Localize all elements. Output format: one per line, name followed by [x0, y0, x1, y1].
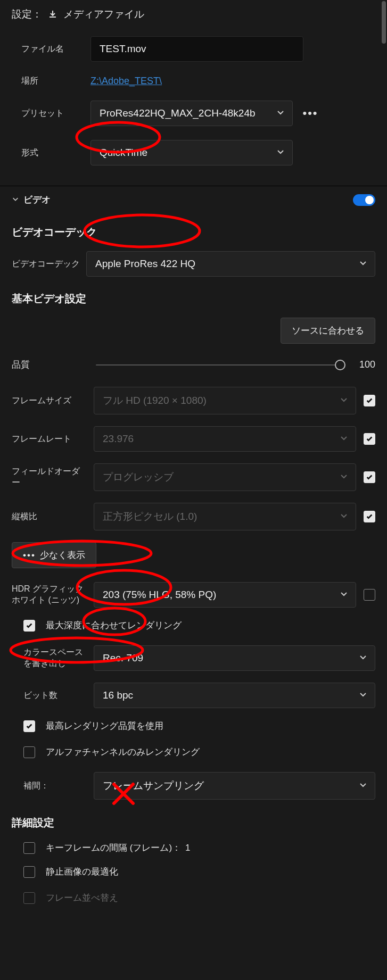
interpolation-label: 補間：	[23, 780, 86, 792]
keyframe-interval-value: 1	[185, 843, 190, 853]
interpolation-value: フレームサンプリング	[103, 779, 204, 793]
keyframe-interval-checkbox[interactable]	[23, 842, 35, 854]
frame-reorder-checkbox	[23, 892, 35, 904]
filename-label: ファイル名	[21, 44, 90, 55]
still-image-opt-label: 静止画像の最適化	[46, 866, 118, 878]
frame-size-lock-checkbox[interactable]	[364, 395, 375, 406]
video-enable-toggle[interactable]	[353, 194, 375, 206]
chevron-down-icon	[340, 471, 348, 483]
colorspace-select[interactable]: Rec. 709	[94, 645, 375, 671]
advanced-heading: 詳細設定	[12, 816, 375, 830]
keyframe-interval-label: キーフレームの間隔 (フレーム)：	[46, 842, 181, 854]
show-less-button[interactable]: ••• 少なく表示	[12, 542, 96, 568]
scrollbar[interactable]	[382, 0, 386, 980]
field-order-select[interactable]: プログレッシブ	[94, 463, 356, 491]
scrollbar-thumb[interactable]	[382, 1, 386, 44]
chevron-down-icon	[276, 107, 285, 119]
chevron-down-icon	[359, 690, 367, 701]
chevron-down-icon	[340, 395, 348, 406]
preset-select[interactable]: ProRes422HQ_MAX_2CH-48k24b	[90, 101, 293, 126]
max-depth-checkbox[interactable]	[23, 620, 35, 632]
filename-input[interactable]: TEST.mov	[90, 36, 303, 62]
basic-video-heading: 基本ビデオ設定	[12, 292, 375, 306]
settings-label: 設定：	[12, 7, 42, 21]
frame-rate-select[interactable]: 23.976	[94, 426, 356, 452]
chevron-down-icon	[340, 433, 348, 445]
chevron-down-icon	[340, 589, 348, 601]
format-select[interactable]: QuickTime	[90, 140, 293, 165]
frame-size-value: フル HD (1920 × 1080)	[103, 394, 207, 408]
frame-size-select[interactable]: フル HD (1920 × 1080)	[94, 387, 356, 414]
location-label: 場所	[21, 76, 90, 87]
format-label: 形式	[21, 147, 90, 159]
location-link[interactable]: Z:\Adobe_TEST\	[90, 76, 162, 87]
preset-label: プリセット	[21, 108, 90, 119]
quality-slider[interactable]	[96, 364, 340, 366]
video-codec-label: ビデオコーデック	[12, 259, 86, 270]
colorspace-label: カラースペースを書き出し	[23, 647, 86, 669]
interpolation-select[interactable]: フレームサンプリング	[94, 772, 375, 800]
max-render-quality-checkbox[interactable]	[23, 720, 35, 732]
still-image-opt-checkbox[interactable]	[23, 866, 35, 878]
hdr-white-label: HDR グラフィックホワイト (ニッツ)	[12, 584, 86, 606]
aspect-lock-checkbox[interactable]	[364, 511, 375, 522]
aspect-value: 正方形ピクセル (1.0)	[103, 510, 197, 524]
hdr-white-value: 203 (75% HLG, 58% PQ)	[103, 589, 216, 601]
colorspace-value: Rec. 709	[103, 652, 143, 664]
max-render-quality-label: 最高レンダリング品質を使用	[46, 720, 163, 732]
max-depth-label: 最大深度に合わせてレンダリング	[46, 619, 182, 632]
chevron-down-icon	[340, 511, 348, 522]
format-value: QuickTime	[100, 147, 147, 159]
alpha-only-label: アルファチャンネルのみレンダリング	[46, 746, 200, 758]
video-codec-value: Apple ProRes 422 HQ	[95, 258, 195, 270]
aspect-label: 縦横比	[12, 511, 86, 522]
preset-more-button[interactable]: •••	[302, 106, 318, 120]
chevron-down-icon	[359, 258, 367, 270]
chevron-down-icon	[359, 652, 367, 664]
show-less-label: 少なく表示	[40, 549, 85, 561]
bitdepth-value: 16 bpc	[103, 690, 133, 701]
quality-value: 100	[350, 359, 375, 370]
bitdepth-select[interactable]: 16 bpc	[94, 683, 375, 708]
field-order-lock-checkbox[interactable]	[364, 471, 375, 483]
chevron-down-icon	[359, 780, 367, 792]
preset-value: ProRes422HQ_MAX_2CH-48k24b	[100, 107, 256, 119]
frame-size-label: フレームサイズ	[12, 395, 86, 406]
match-source-button[interactable]: ソースに合わせる	[281, 318, 375, 344]
frame-rate-lock-checkbox[interactable]	[364, 433, 375, 445]
field-order-value: プログレッシブ	[103, 470, 174, 484]
download-icon	[47, 9, 58, 20]
quality-label: 品質	[12, 359, 86, 371]
video-section-title: ビデオ	[23, 194, 51, 206]
slider-thumb[interactable]	[335, 360, 345, 370]
bitdepth-label: ビット数	[23, 690, 86, 701]
aspect-select[interactable]: 正方形ピクセル (1.0)	[94, 503, 356, 530]
alpha-only-checkbox[interactable]	[23, 746, 35, 758]
video-codec-select[interactable]: Apple ProRes 422 HQ	[86, 251, 375, 277]
chevron-down-icon	[276, 147, 285, 159]
collapse-chevron-icon[interactable]	[12, 195, 19, 205]
hdr-white-lock-checkbox[interactable]	[364, 589, 375, 601]
video-codec-heading: ビデオコーデック	[12, 225, 375, 239]
hdr-white-select[interactable]: 203 (75% HLG, 58% PQ)	[94, 582, 356, 608]
ellipsis-icon: •••	[23, 550, 36, 561]
frame-reorder-label: フレーム並べ替え	[46, 892, 118, 904]
field-order-label: フィールドオーダー	[12, 466, 86, 488]
frame-rate-value: 23.976	[103, 433, 134, 445]
media-file-label: メディアファイル	[63, 7, 144, 21]
frame-rate-label: フレームレート	[12, 434, 86, 445]
